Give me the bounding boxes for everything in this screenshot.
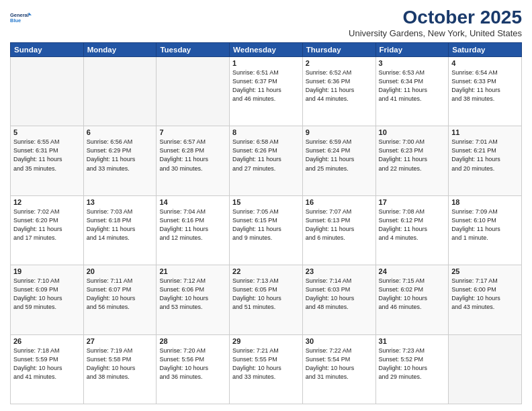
calendar-cell: 11Sunrise: 7:01 AM Sunset: 6:21 PM Dayli…: [449, 126, 522, 195]
day-info: Sunrise: 6:53 AM Sunset: 6:34 PM Dayligh…: [379, 68, 446, 103]
col-thursday: Thursday: [302, 43, 375, 57]
title-block: October 2025 University Gardens, New Yor…: [349, 7, 522, 38]
calendar-week-4: 19Sunrise: 7:10 AM Sunset: 6:09 PM Dayli…: [11, 265, 522, 334]
day-number: 5: [13, 128, 81, 136]
day-info: Sunrise: 7:11 AM Sunset: 6:07 PM Dayligh…: [87, 277, 154, 312]
calendar-cell: 9Sunrise: 6:59 AM Sunset: 6:24 PM Daylig…: [302, 126, 375, 195]
day-number: 17: [379, 198, 446, 206]
header: General Blue October 2025 University Gar…: [10, 7, 522, 38]
day-info: Sunrise: 6:52 AM Sunset: 6:36 PM Dayligh…: [306, 68, 373, 103]
day-number: 1: [232, 59, 300, 67]
svg-text:General: General: [10, 12, 29, 18]
calendar-cell: 1Sunrise: 6:51 AM Sunset: 6:37 PM Daylig…: [230, 57, 303, 126]
month-title: October 2025: [349, 7, 522, 28]
day-info: Sunrise: 6:59 AM Sunset: 6:24 PM Dayligh…: [306, 138, 373, 173]
day-number: 4: [451, 59, 519, 67]
day-number: 18: [451, 198, 519, 206]
day-number: 12: [13, 198, 81, 206]
day-info: Sunrise: 7:21 AM Sunset: 5:55 PM Dayligh…: [232, 347, 300, 381]
day-info: Sunrise: 7:12 AM Sunset: 6:06 PM Dayligh…: [159, 277, 226, 312]
calendar-cell: 17Sunrise: 7:08 AM Sunset: 6:12 PM Dayli…: [375, 195, 449, 265]
calendar-cell: 29Sunrise: 7:21 AM Sunset: 5:55 PM Dayli…: [230, 334, 303, 404]
day-info: Sunrise: 7:10 AM Sunset: 6:09 PM Dayligh…: [13, 277, 81, 312]
calendar-cell: 31Sunrise: 7:23 AM Sunset: 5:52 PM Dayli…: [375, 334, 449, 404]
calendar-cell: 13Sunrise: 7:03 AM Sunset: 6:18 PM Dayli…: [83, 195, 157, 265]
day-info: Sunrise: 7:17 AM Sunset: 6:00 PM Dayligh…: [451, 277, 519, 312]
calendar-cell: 28Sunrise: 7:20 AM Sunset: 5:56 PM Dayli…: [157, 334, 230, 404]
calendar-cell: 5Sunrise: 6:55 AM Sunset: 6:31 PM Daylig…: [11, 126, 84, 195]
day-number: 21: [159, 267, 226, 275]
day-number: 24: [379, 267, 446, 275]
day-number: 11: [451, 128, 519, 136]
day-number: 19: [13, 267, 81, 275]
calendar-cell: [157, 57, 230, 126]
day-number: 28: [159, 337, 226, 345]
calendar-cell: 10Sunrise: 7:00 AM Sunset: 6:23 PM Dayli…: [375, 126, 449, 195]
page: General Blue October 2025 University Gar…: [0, 0, 532, 411]
day-number: 29: [232, 337, 300, 345]
calendar-cell: 3Sunrise: 6:53 AM Sunset: 6:34 PM Daylig…: [375, 57, 449, 126]
calendar-cell: 6Sunrise: 6:56 AM Sunset: 6:29 PM Daylig…: [83, 126, 157, 195]
calendar-cell: 15Sunrise: 7:05 AM Sunset: 6:15 PM Dayli…: [230, 195, 303, 265]
day-info: Sunrise: 7:20 AM Sunset: 5:56 PM Dayligh…: [159, 347, 226, 381]
logo-svg: General Blue: [10, 7, 32, 28]
calendar-cell: 7Sunrise: 6:57 AM Sunset: 6:28 PM Daylig…: [157, 126, 230, 195]
day-info: Sunrise: 7:07 AM Sunset: 6:13 PM Dayligh…: [306, 208, 373, 242]
calendar-cell: [11, 57, 84, 126]
day-info: Sunrise: 7:04 AM Sunset: 6:16 PM Dayligh…: [159, 208, 226, 242]
day-number: 22: [232, 267, 300, 275]
day-number: 7: [159, 128, 226, 136]
day-number: 31: [379, 337, 446, 345]
day-info: Sunrise: 7:00 AM Sunset: 6:23 PM Dayligh…: [379, 138, 446, 173]
calendar-cell: 26Sunrise: 7:18 AM Sunset: 5:59 PM Dayli…: [11, 334, 84, 404]
day-number: 10: [379, 128, 446, 136]
calendar-week-3: 12Sunrise: 7:02 AM Sunset: 6:20 PM Dayli…: [11, 195, 522, 265]
calendar-cell: 16Sunrise: 7:07 AM Sunset: 6:13 PM Dayli…: [302, 195, 375, 265]
day-number: 13: [87, 198, 154, 206]
day-number: 16: [306, 198, 373, 206]
calendar-week-2: 5Sunrise: 6:55 AM Sunset: 6:31 PM Daylig…: [11, 126, 522, 195]
day-number: 26: [13, 337, 81, 345]
day-number: 20: [87, 267, 154, 275]
day-number: 3: [379, 59, 446, 67]
day-info: Sunrise: 7:18 AM Sunset: 5:59 PM Dayligh…: [13, 347, 81, 381]
day-number: 15: [232, 198, 300, 206]
day-info: Sunrise: 7:14 AM Sunset: 6:03 PM Dayligh…: [306, 277, 373, 312]
calendar-header-row: Sunday Monday Tuesday Wednesday Thursday…: [11, 43, 522, 57]
calendar-cell: 12Sunrise: 7:02 AM Sunset: 6:20 PM Dayli…: [11, 195, 84, 265]
calendar-cell: 30Sunrise: 7:22 AM Sunset: 5:54 PM Dayli…: [302, 334, 375, 404]
col-friday: Friday: [375, 43, 449, 57]
day-number: 2: [306, 59, 373, 67]
calendar-week-1: 1Sunrise: 6:51 AM Sunset: 6:37 PM Daylig…: [11, 57, 522, 126]
calendar-cell: 22Sunrise: 7:13 AM Sunset: 6:05 PM Dayli…: [230, 265, 303, 334]
day-number: 6: [87, 128, 154, 136]
calendar-cell: 20Sunrise: 7:11 AM Sunset: 6:07 PM Dayli…: [83, 265, 157, 334]
svg-marker-2: [29, 13, 32, 15]
col-saturday: Saturday: [449, 43, 522, 57]
day-info: Sunrise: 7:09 AM Sunset: 6:10 PM Dayligh…: [451, 208, 519, 242]
day-info: Sunrise: 7:23 AM Sunset: 5:52 PM Dayligh…: [379, 347, 446, 381]
col-monday: Monday: [83, 43, 157, 57]
calendar-cell: 2Sunrise: 6:52 AM Sunset: 6:36 PM Daylig…: [302, 57, 375, 126]
day-number: 14: [159, 198, 226, 206]
day-info: Sunrise: 7:05 AM Sunset: 6:15 PM Dayligh…: [232, 208, 300, 242]
day-info: Sunrise: 6:57 AM Sunset: 6:28 PM Dayligh…: [159, 138, 226, 173]
calendar-cell: 27Sunrise: 7:19 AM Sunset: 5:58 PM Dayli…: [83, 334, 157, 404]
calendar-cell: [83, 57, 157, 126]
calendar-cell: 18Sunrise: 7:09 AM Sunset: 6:10 PM Dayli…: [449, 195, 522, 265]
day-info: Sunrise: 6:55 AM Sunset: 6:31 PM Dayligh…: [13, 138, 81, 173]
calendar-week-5: 26Sunrise: 7:18 AM Sunset: 5:59 PM Dayli…: [11, 334, 522, 404]
logo: General Blue: [10, 7, 32, 28]
calendar-cell: 25Sunrise: 7:17 AM Sunset: 6:00 PM Dayli…: [449, 265, 522, 334]
day-info: Sunrise: 6:58 AM Sunset: 6:26 PM Dayligh…: [232, 138, 300, 173]
day-info: Sunrise: 7:19 AM Sunset: 5:58 PM Dayligh…: [87, 347, 154, 381]
day-number: 8: [232, 128, 300, 136]
day-info: Sunrise: 6:56 AM Sunset: 6:29 PM Dayligh…: [87, 138, 154, 173]
calendar: Sunday Monday Tuesday Wednesday Thursday…: [10, 42, 522, 404]
day-number: 25: [451, 267, 519, 275]
calendar-cell: 19Sunrise: 7:10 AM Sunset: 6:09 PM Dayli…: [11, 265, 84, 334]
calendar-cell: 14Sunrise: 7:04 AM Sunset: 6:16 PM Dayli…: [157, 195, 230, 265]
day-info: Sunrise: 6:51 AM Sunset: 6:37 PM Dayligh…: [232, 68, 300, 103]
col-tuesday: Tuesday: [157, 43, 230, 57]
calendar-cell: 24Sunrise: 7:15 AM Sunset: 6:02 PM Dayli…: [375, 265, 449, 334]
